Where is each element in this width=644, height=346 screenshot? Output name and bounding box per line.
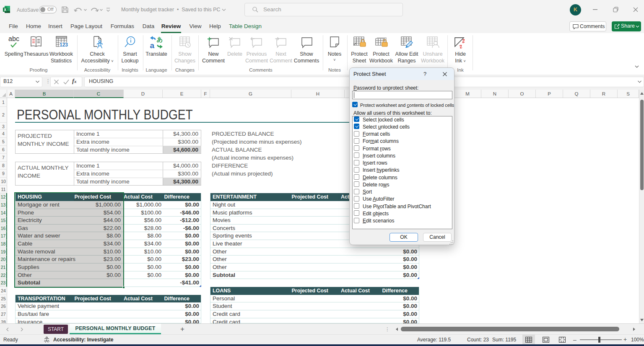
svg-text:123: 123 <box>60 42 68 48</box>
svg-text:a: a <box>150 41 155 49</box>
svg-text:abc: abc <box>8 35 19 42</box>
svg-text:あ: あ <box>157 36 163 43</box>
